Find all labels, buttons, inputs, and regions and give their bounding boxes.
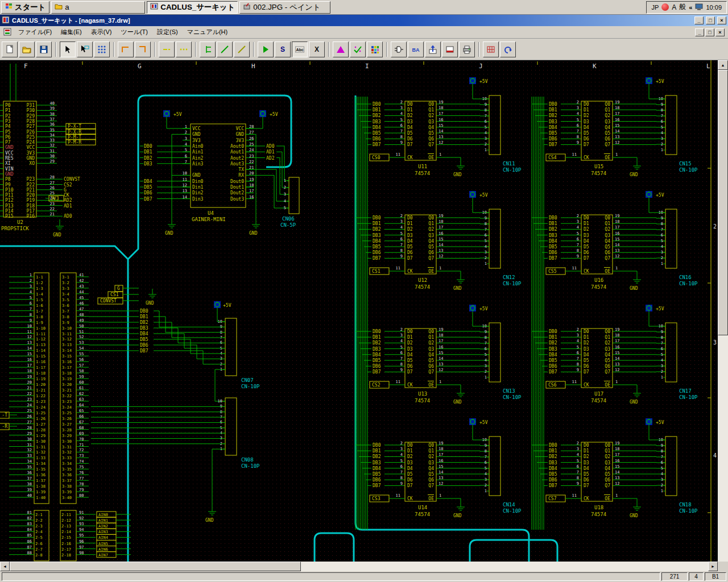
open-file-button[interactable] xyxy=(19,41,35,57)
save-button[interactable] xyxy=(36,41,52,57)
svg-text:+5V: +5V xyxy=(173,112,182,117)
thin-line-tool-button[interactable] xyxy=(234,41,250,57)
svg-text:27: 27 xyxy=(27,420,32,425)
taskbar-button-cadlus[interactable]: CADLUS_サーキット - [... xyxy=(147,1,238,14)
select-tool-button[interactable] xyxy=(60,41,76,57)
vertical-scroll-thumb[interactable] xyxy=(718,70,728,335)
menu-tool[interactable]: ツール(T) xyxy=(116,26,152,38)
svg-text:P19: P19 xyxy=(27,198,35,203)
scroll-left-button[interactable]: ◄ xyxy=(0,562,10,571)
mdi-minimize-button[interactable]: _ xyxy=(695,28,704,36)
latch-block-U13[interactable]: DB02D0Q019DB13D1Q118DB24D2Q217DB35D3Q316… xyxy=(355,305,522,405)
triangle-tool-button[interactable] xyxy=(333,41,349,57)
vertical-scrollbar[interactable]: ▲ ▼ xyxy=(718,60,728,571)
schematic-canvas[interactable]: FGHIJKL234P0P1P2P3P4P5P6P7GNDVCCRESXIVIN… xyxy=(0,60,718,562)
wire-tool-button[interactable] xyxy=(200,41,216,57)
svg-text:DB3: DB3 xyxy=(144,161,152,167)
corner-tool-button[interactable] xyxy=(135,41,151,57)
menu-file[interactable]: ファイル(F) xyxy=(14,26,56,38)
line-tool-button[interactable] xyxy=(217,41,233,57)
svg-text:16: 16 xyxy=(27,357,32,362)
svg-text:AIN2: AIN2 xyxy=(98,524,108,529)
u2-propstick[interactable]: P0P1P2P3P4P5P6P7GNDVCCRESXIVINGNDP8P9P10… xyxy=(0,64,96,238)
pattern-grid-button[interactable] xyxy=(367,41,383,57)
import-button[interactable] xyxy=(442,41,458,57)
toolbar: SAbcXBA xyxy=(0,39,728,60)
display-icon[interactable] xyxy=(695,3,703,11)
new-file-button[interactable] xyxy=(2,41,18,57)
svg-text:74574: 74574 xyxy=(415,284,430,290)
menu-view[interactable]: 表示(V) xyxy=(86,26,117,38)
x-mark-icon: X xyxy=(312,44,322,55)
svg-text:12: 12 xyxy=(439,140,443,145)
delete-tool-button[interactable]: X xyxy=(309,41,325,57)
gate-tool-button[interactable] xyxy=(391,41,407,57)
svg-text:1-7: 1-7 xyxy=(36,309,43,314)
mdi-close-button[interactable]: × xyxy=(715,28,725,36)
svg-text:Q6: Q6 xyxy=(428,477,434,483)
net-check-button[interactable] xyxy=(350,41,366,57)
s-text-tool-button[interactable]: S xyxy=(275,41,291,57)
undo-button[interactable] xyxy=(500,41,516,57)
polyline-tool-button[interactable] xyxy=(118,41,134,57)
svg-text:4: 4 xyxy=(400,339,403,343)
svg-text:1: 1 xyxy=(485,375,487,380)
app-icon xyxy=(2,16,10,25)
latch-block-U11[interactable]: DB02D0Q019DB13D1Q118DB24D2Q217DB35D3Q316… xyxy=(355,77,522,177)
latch-block-U15[interactable]: DB02D0Q019DB13D1Q118DB24D2Q217DB35D3Q316… xyxy=(532,77,698,177)
ime-language-badge[interactable]: JP xyxy=(651,4,659,11)
horizontal-scroll-thumb[interactable] xyxy=(10,562,301,571)
svg-text:DB0: DB0 xyxy=(373,443,381,448)
svg-text:OE: OE xyxy=(428,496,434,501)
mdi-restore-button[interactable]: □ xyxy=(705,28,714,36)
ime-conversion-mode[interactable]: 般 xyxy=(679,2,686,12)
svg-text:3-10: 3-10 xyxy=(62,326,72,331)
export-button[interactable] xyxy=(425,41,441,57)
mid-section[interactable]: GCS1CONVSTGND10987654321+5VCN07CN-10PDB0… xyxy=(89,285,260,523)
latch-block-U14[interactable]: DB02D0Q019DB13D1Q118DB24D2Q217DB35D3Q316… xyxy=(355,418,522,518)
dotted-line-tool-button[interactable] xyxy=(176,41,192,57)
svg-text:81: 81 xyxy=(27,510,32,515)
scroll-right-button[interactable]: ► xyxy=(708,562,718,571)
svg-text:CS7: CS7 xyxy=(548,496,557,501)
select-area-tool-button[interactable] xyxy=(77,41,93,57)
menu-edit[interactable]: 編集(E) xyxy=(56,26,86,38)
run-check-button[interactable] xyxy=(258,41,274,57)
horizontal-scrollbar[interactable]: ◄ ► xyxy=(0,562,718,571)
menu-settings[interactable]: 設定(S) xyxy=(152,26,183,38)
svg-text:Q5: Q5 xyxy=(605,131,610,136)
latch-block-U17[interactable]: DB02D0Q019DB13D1Q118DB24D2Q217DB35D3Q316… xyxy=(532,305,698,405)
print-button[interactable] xyxy=(459,41,475,57)
pin-table[interactable]: 11-13-14121-23-24231-33-34341-43-44451-5… xyxy=(0,273,131,561)
dots-icon xyxy=(179,44,189,55)
svg-text:3: 3 xyxy=(661,477,663,482)
ime-input-mode[interactable]: A xyxy=(672,3,676,11)
minimize-button[interactable]: _ xyxy=(694,16,704,24)
dash-line-tool-button[interactable] xyxy=(159,41,175,57)
menu-manual[interactable]: マニュアル(H) xyxy=(183,26,233,38)
u4-gainer-mini[interactable]: VCCVCC128GNDGND2273V33V3326Ain0Aout0425A… xyxy=(140,110,299,236)
svg-text:Q0: Q0 xyxy=(605,215,610,221)
ba-mode-button[interactable]: BA xyxy=(408,41,424,57)
start-button[interactable]: スタート xyxy=(1,1,49,14)
taskbar-button-paint[interactable]: 002.JPG - ペイント xyxy=(239,1,330,14)
taskbar-button-folder-a[interactable]: a xyxy=(51,1,145,14)
svg-text:CK: CK xyxy=(584,269,589,274)
svg-text:P8: P8 xyxy=(5,177,11,182)
svg-text:8: 8 xyxy=(400,135,403,139)
latch-block-U16[interactable]: DB02D0Q019DB13D1Q118DB24D2Q217DB35D3Q316… xyxy=(532,191,698,291)
tray-app-icon[interactable] xyxy=(661,3,669,11)
tray-chevron[interactable]: « xyxy=(689,4,692,11)
svg-text:15: 15 xyxy=(615,464,619,469)
schematic-svg[interactable]: FGHIJKL234P0P1P2P3P4P5P6P7GNDVCCRESXIVIN… xyxy=(0,60,718,562)
close-button[interactable]: × xyxy=(717,16,726,24)
scroll-up-button[interactable]: ▲ xyxy=(718,60,728,70)
svg-text:D1: D1 xyxy=(407,221,413,226)
latch-block-U18[interactable]: DB02D0Q019DB13D1Q118DB24D2Q217DB35D3Q316… xyxy=(532,418,698,518)
text-tool-button[interactable]: Abc xyxy=(292,41,308,57)
latch-block-U12[interactable]: DB02D0Q019DB13D1Q118DB24D2Q217DB35D3Q316… xyxy=(355,191,522,291)
grid-snap-button[interactable] xyxy=(94,41,110,57)
svg-text:Q6: Q6 xyxy=(605,250,610,255)
maximize-button[interactable]: □ xyxy=(706,16,715,24)
table-grid-button[interactable] xyxy=(483,41,499,57)
